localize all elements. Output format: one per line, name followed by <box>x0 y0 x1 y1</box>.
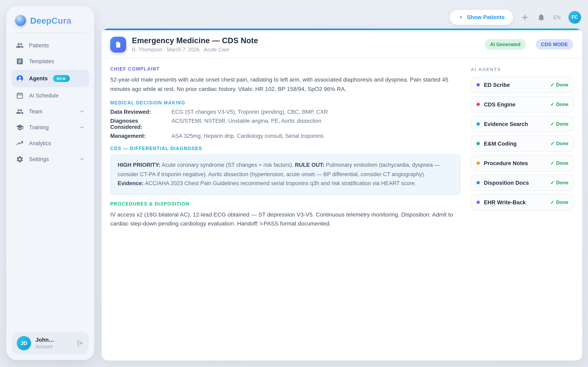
sidebar-item-training[interactable]: Training <box>11 120 89 135</box>
agent-name: Disposition Docs <box>484 180 546 186</box>
done-status: ✓Done <box>550 160 568 166</box>
page-title: Emergency Medicine — CDS Note <box>132 36 479 45</box>
sidebar-item-templates[interactable]: Templates <box>11 54 89 69</box>
check-icon: ✓ <box>550 101 554 107</box>
note-header: Emergency Medicine — CDS Note R. Thompso… <box>102 30 582 58</box>
sidebar-item-label: Patients <box>29 42 49 49</box>
status-dot <box>476 142 480 145</box>
section-heading: CHIEF COMPLAINT <box>110 67 460 71</box>
chevron-down-icon <box>79 125 85 130</box>
section-heading: MEDICAL DECISION MAKING <box>110 100 460 105</box>
agent-card-disposition-docs[interactable]: Disposition Docs ✓Done <box>471 175 574 191</box>
logout-icon[interactable] <box>77 340 84 347</box>
calendar-icon <box>16 92 24 100</box>
check-icon: ✓ <box>550 121 554 127</box>
mdm-value: ACS/STEMI, NSTEMI, Unstable angina, PE, … <box>172 118 460 130</box>
chevron-down-icon <box>79 109 85 114</box>
status-dot <box>476 161 480 165</box>
sidebar-item-team[interactable]: Team <box>11 104 89 119</box>
users-icon <box>16 108 24 115</box>
bolt-icon <box>458 14 464 20</box>
document-icon <box>16 58 24 65</box>
check-icon: ✓ <box>550 141 554 146</box>
agent-card-cds-engine[interactable]: CDS Engine ✓Done <box>471 96 574 113</box>
check-icon: ✓ <box>550 180 554 185</box>
sidebar-item-label: Analytics <box>29 140 51 146</box>
sidebar-item-ai-schedule[interactable]: AI Schedule <box>11 88 89 103</box>
sidebar-nav: Patients Templates Agents NEW AI Schedul… <box>6 38 94 167</box>
divider <box>14 33 86 33</box>
mdm-value: ASA 325mg, Heparin drip, Cardiology cons… <box>172 133 460 139</box>
account-card[interactable]: JD John… Account <box>12 332 89 354</box>
mdm-rows: Data Reviewed: ECG (ST changes V3-V5), T… <box>110 109 460 139</box>
users-icon <box>16 42 24 49</box>
agent-name: EHR Write-Back <box>484 199 546 205</box>
note-doc-icon <box>110 36 126 52</box>
sidebar-item-analytics[interactable]: Analytics <box>11 136 89 151</box>
ai-agents-panel: AI AGENTS ED Scribe ✓Done CDS Engine ✓Do… <box>471 58 582 360</box>
app-root: DeepCura Patients Templates Agents NEW A… <box>0 0 588 367</box>
note-body: CHIEF COMPLAINT 52-year-old male present… <box>102 58 582 360</box>
ai-generated-badge: AI Generated <box>485 39 526 50</box>
done-status: ✓Done <box>550 101 568 107</box>
agent-card-evidence-search[interactable]: Evidence Search ✓Done <box>471 116 574 132</box>
agent-name: Procedure Notes <box>484 160 546 166</box>
mdm-label: Data Reviewed: <box>110 109 172 115</box>
sidebar-item-agents[interactable]: Agents NEW <box>11 70 89 87</box>
check-icon: ✓ <box>550 160 554 166</box>
plus-icon[interactable] <box>521 13 529 21</box>
mdm-value: ECG (ST changes V3-V5), Troponin (pendin… <box>172 109 460 115</box>
check-icon: ✓ <box>550 200 554 205</box>
status-dot <box>476 103 480 106</box>
note-content: CHIEF COMPLAINT 52-year-old male present… <box>102 58 471 360</box>
status-dot <box>476 122 480 125</box>
document-icon <box>115 41 122 48</box>
agent-card-procedure-notes[interactable]: Procedure Notes ✓Done <box>471 155 574 171</box>
brand-logo[interactable]: DeepCura <box>6 6 94 33</box>
sidebar-item-patients[interactable]: Patients <box>11 38 89 53</box>
brand-name: DeepCura <box>30 16 71 25</box>
cds-callout-box: HIGH PRIORITY: Acute coronary syndrome (… <box>110 155 460 194</box>
mdm-label: Diagnoses Considered: <box>110 118 172 130</box>
done-status: ✓Done <box>550 141 568 146</box>
agent-card-ehr-write-back[interactable]: EHR Write-Back ✓Done <box>471 194 574 210</box>
brand-sphere-icon <box>15 15 26 26</box>
status-dot <box>476 181 480 184</box>
account-role: Account <box>35 344 72 350</box>
trend-chart-icon <box>16 140 24 147</box>
new-badge: NEW <box>53 75 70 82</box>
user-avatar[interactable]: FC <box>568 11 581 24</box>
section-heading: PROCEDURES & DISPOSITION <box>110 201 460 206</box>
ai-agents-heading: AI AGENTS <box>471 67 574 72</box>
sidebar: DeepCura Patients Templates Agents NEW A… <box>6 6 94 360</box>
section-heading: CDS — DIFFERENTIAL DIAGNOSES <box>110 146 460 151</box>
done-status: ✓Done <box>550 180 568 185</box>
agent-card-em-coding[interactable]: E&M Coding ✓Done <box>471 135 574 152</box>
agent-card-ed-scribe[interactable]: ED Scribe ✓Done <box>471 77 574 93</box>
sidebar-item-label: Training <box>29 124 49 131</box>
note-card: Emergency Medicine — CDS Note R. Thompso… <box>102 29 582 360</box>
section-procedures: PROCEDURES & DISPOSITION IV access x2 (1… <box>110 201 460 228</box>
done-status: ✓Done <box>550 200 568 205</box>
bell-icon[interactable] <box>537 13 545 21</box>
done-status: ✓Done <box>550 121 568 127</box>
gear-icon <box>16 155 24 163</box>
graduation-cap-icon <box>16 124 24 131</box>
agent-name: Evidence Search <box>484 121 546 127</box>
sidebar-item-label: Agents <box>29 75 48 82</box>
agent-name: ED Scribe <box>484 82 546 88</box>
section-body: 52-year-old male presents with acute ons… <box>110 75 460 94</box>
accent-bar <box>102 29 582 30</box>
section-cds-differential: CDS — DIFFERENTIAL DIAGNOSES HIGH PRIORI… <box>110 146 460 194</box>
section-body: IV access x2 (18G bilateral AC). 12-lead… <box>110 210 460 228</box>
cds-mode-badge[interactable]: CDS MODE <box>536 39 573 50</box>
agent-name: CDS Engine <box>484 101 546 108</box>
check-icon: ✓ <box>550 82 554 88</box>
done-status: ✓Done <box>550 82 568 88</box>
show-patients-button[interactable]: Show Patients <box>450 9 513 25</box>
topbar: Show Patients EN FC <box>450 9 581 25</box>
language-selector[interactable]: EN <box>553 14 561 20</box>
chevron-down-icon <box>79 157 85 162</box>
note-meta: R. Thompson · March 7, 2026 · Acute Care <box>132 47 479 53</box>
sidebar-item-settings[interactable]: Settings <box>11 152 89 167</box>
